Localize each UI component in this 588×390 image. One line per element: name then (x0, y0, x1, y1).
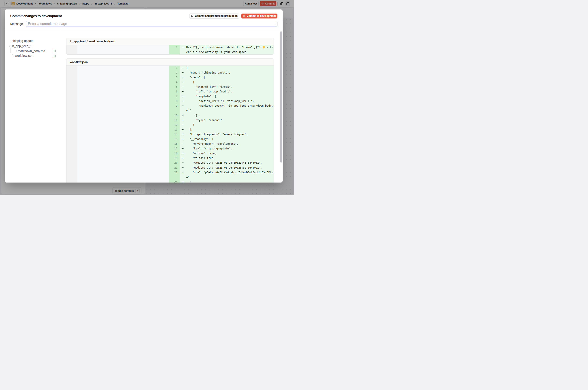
line-number: 5 (165, 85, 177, 89)
diff-code-text: "updated_at": "2025-08-26T20:26:52.36400… (186, 165, 262, 170)
diff-add-marker: + (182, 45, 184, 50)
git-promote-icon (191, 15, 194, 17)
diff-add-marker: + (182, 75, 184, 80)
commit-promote-button[interactable]: Commit and promote to production (189, 13, 240, 19)
modal-actions: Commit and promote to production Commit … (189, 13, 277, 19)
diff-add-marker: + (182, 89, 184, 94)
line-number: 1 (165, 66, 177, 70)
diff-add-marker: + (182, 118, 184, 123)
diff-add-marker: + (182, 94, 184, 99)
line-number: 22 (165, 170, 177, 175)
line-number: 18 (165, 151, 177, 156)
line-number: 7 (165, 94, 177, 99)
file-icon (15, 50, 17, 52)
line-number: 8 (165, 99, 177, 103)
line-number: 1 (165, 45, 177, 50)
diff-code-text: } (186, 123, 194, 127)
diff-row: 1+{ (66, 66, 273, 70)
diff-add-marker: + (182, 103, 184, 108)
diff-code-text: "steps": [ (186, 75, 205, 80)
diff-code-text: "ref": "in_app_feed_1", (186, 89, 232, 94)
chevron-down-icon (9, 45, 11, 47)
diff-code-text: "created_at": "2025-08-25T19:29:46.64450… (186, 160, 262, 165)
diff-row: 11+ "type": "channel" (66, 118, 273, 123)
diff-added-icon (53, 50, 55, 52)
diff-code-text: ere's a new activity in your workspace. (186, 50, 248, 54)
diff-code-text: md" (186, 108, 191, 113)
diff-row: 20+ "created_at": "2025-08-25T19:29:46.6… (66, 160, 273, 165)
diff-code-text: }, (186, 113, 199, 118)
tree-folder-in-app-feed[interactable]: in_app_feed_1 (9, 44, 32, 48)
diff-add-marker: + (182, 165, 184, 170)
line-number: 21 (165, 165, 177, 170)
resize-handle-icon[interactable] (275, 23, 277, 26)
diff-add-marker: + (182, 132, 184, 137)
line-number: 17 (165, 146, 177, 151)
line-number: 14 (165, 132, 177, 137)
diff-row: 21+ "updated_at": "2025-08-26T20:26:52.3… (66, 165, 273, 170)
diff-add-marker: + (182, 127, 184, 132)
line-number: 11 (165, 118, 177, 123)
diff-add-marker: + (182, 156, 184, 160)
diff-add-marker: + (182, 137, 184, 142)
line-number: 10 (165, 113, 177, 118)
text-caret (27, 22, 27, 25)
message-placeholder: Enter a commit message (28, 22, 67, 26)
diff-code-text: "trigger_frequency": "every_trigger", (186, 132, 248, 137)
diff-code-text: "action_url": "{{ vars.app_url }}", (186, 99, 254, 103)
diff-card-filename: in_app_feed_1/markdown_body.md (66, 38, 273, 45)
diff-row: 23+ } (66, 180, 273, 183)
diff-code-text: "type": "channel" (186, 118, 223, 123)
tree-divider (62, 30, 62, 178)
diff-split-view: 1+Hey **{{ recipient.name | default: "th… (66, 45, 273, 54)
diff-add-marker: + (182, 180, 184, 183)
diff-row: 8+ "action_url": "{{ vars.app_url }}", (66, 99, 273, 103)
diff-row: 2+ "name": "shipping-update", (66, 70, 273, 75)
tree-file-workflow-json[interactable]: workflow.json (12, 53, 33, 58)
line-number: 19 (165, 156, 177, 160)
diff-add-marker: + (182, 142, 184, 146)
diff-add-marker: + (182, 80, 184, 85)
diff-code-text: "name": "shipping-update", (186, 70, 230, 75)
diff-code-text: ], (186, 127, 193, 132)
diff-row: 14+ "trigger_frequency": "every_trigger"… (66, 132, 273, 137)
diff-code-text: "key": "shipping-update", (186, 146, 232, 151)
commit-modal: Commit changes to development Commit and… (5, 9, 283, 183)
diff-code-text: Hey **{{ recipient.name | default: "ther… (186, 45, 273, 50)
diff-add-marker: + (182, 66, 184, 70)
diff-row: 15+ "__readonly": { (66, 137, 273, 142)
diff-add-marker: + (182, 113, 184, 118)
line-number: 2 (165, 70, 177, 75)
diff-row: 3+ "steps": [ (66, 75, 273, 80)
diff-row: 17+ "key": "shipping-update", (66, 146, 273, 151)
commit-development-button[interactable]: Commit to development (241, 13, 277, 19)
tree-root: shipping-update (12, 39, 34, 43)
tree-file-markdown-body[interactable]: markdown_body.md (15, 49, 45, 53)
modal-body: shipping-update in_app_feed_1 markdown_b… (5, 30, 283, 183)
diff-code-text: "markdown_body@": "in_app_feed_1/markdow… (186, 103, 273, 108)
diff-code-text: { (186, 80, 194, 85)
diff-row: 7+ "template": { (66, 94, 273, 99)
diff-row: =" (66, 175, 273, 180)
diff-code-text: } (186, 180, 191, 183)
diff-row: 13+ ], (66, 127, 273, 132)
diff-row: 1+Hey **{{ recipient.name | default: "th… (66, 45, 273, 50)
diff-add-marker: + (182, 85, 184, 89)
diff-add-marker: + (182, 99, 184, 103)
message-label: Message (10, 22, 23, 26)
line-number: 15 (165, 137, 177, 142)
diff-card: workflow.json1+{2+ "name": "shipping-upd… (66, 58, 274, 183)
line-number: 4 (165, 80, 177, 85)
line-number: 9 (165, 103, 177, 108)
line-number: 13 (165, 127, 177, 132)
diff-added-icon (53, 55, 55, 57)
diff-row: 12+ } (66, 123, 273, 127)
modal-scrollbar-thumb[interactable] (280, 31, 282, 162)
diff-row: 16+ "environment": "development", (66, 142, 273, 146)
diff-add-marker: + (182, 170, 184, 175)
diff-row: ere's a new activity in your workspace. (66, 50, 273, 54)
commit-message-input[interactable]: Enter a commit message (26, 21, 277, 26)
diff-code-text: "valid": true, (186, 156, 215, 160)
commit-icon (243, 15, 245, 17)
diff-row: 4+ { (66, 80, 273, 85)
